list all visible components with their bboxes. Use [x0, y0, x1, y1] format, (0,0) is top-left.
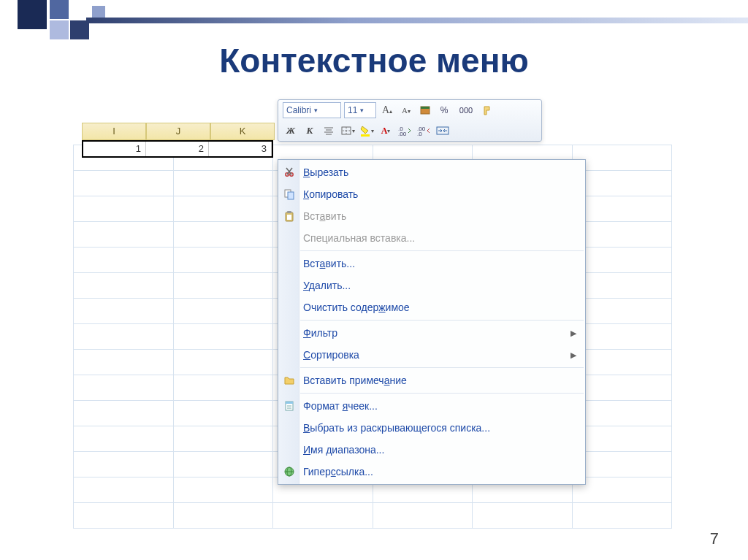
- menu-item-hyperlink[interactable]: Гиперссылка...: [278, 461, 585, 483]
- selected-range[interactable]: 123: [82, 140, 273, 158]
- cell[interactable]: 1: [83, 142, 146, 156]
- svg-rect-25: [286, 402, 293, 404]
- menu-item-paste-special: Специальная вставка...: [278, 227, 585, 249]
- paste-icon: [278, 210, 300, 222]
- submenu-arrow-icon: ▶: [570, 329, 585, 338]
- menu-item-label: Вставить...: [300, 258, 570, 269]
- menu-item-label: Очистить содержимое: [300, 302, 570, 313]
- menu-item-pick-list[interactable]: Выбрать из раскрывающегося списка...: [278, 417, 585, 439]
- font-size-value: 11: [348, 105, 357, 115]
- borders-button[interactable]: ▾: [340, 123, 356, 139]
- mini-toolbar: Calibri▾ 11▾ A▴ A▾ % 000 Ж К ▾: [278, 99, 542, 142]
- menu-item-comment[interactable]: Вставить примечание: [278, 369, 585, 391]
- menu-item-label: Формат ячеек...: [300, 400, 570, 412]
- slide-rule: [86, 18, 748, 23]
- svg-rect-1: [421, 107, 430, 109]
- column-header[interactable]: J: [146, 123, 210, 140]
- menu-item-label: Вставить: [300, 210, 570, 222]
- screenshot-region: IJK 123 Calibri▾ 11▾ A▴ A▾ % 000 Ж К: [73, 99, 672, 508]
- accounting-format-button[interactable]: [417, 102, 433, 118]
- font-size-combo[interactable]: 11▾: [344, 102, 376, 118]
- menu-separator: [300, 367, 584, 368]
- font-name-combo[interactable]: Calibri▾: [283, 102, 341, 118]
- increase-decimal-button[interactable]: .0.00: [397, 123, 413, 139]
- cell[interactable]: 2: [146, 142, 209, 156]
- svg-text:.0: .0: [417, 131, 422, 136]
- center-align-button[interactable]: [321, 123, 337, 139]
- cell[interactable]: 3: [209, 142, 272, 156]
- grow-font-button[interactable]: A▴: [379, 102, 395, 118]
- menu-item-cut[interactable]: Вырезать: [278, 161, 585, 183]
- menu-item-clear[interactable]: Очистить содержимое: [278, 296, 585, 318]
- submenu-arrow-icon: ▶: [570, 350, 585, 360]
- menu-item-format-cells[interactable]: Формат ячеек...: [278, 395, 585, 417]
- menu-item-sort[interactable]: Сортировка▶: [278, 344, 585, 366]
- font-name-value: Calibri: [286, 105, 311, 115]
- menu-item-label: Сортировка: [300, 349, 570, 361]
- decrease-decimal-button[interactable]: .00.0: [416, 123, 432, 139]
- menu-item-label: Фильтр: [300, 327, 570, 339]
- menu-separator: [300, 320, 584, 321]
- menu-item-delete[interactable]: Удалить...: [278, 275, 585, 296]
- menu-item-label: Специальная вставка...: [300, 232, 570, 244]
- menu-item-copy[interactable]: Копировать: [278, 183, 585, 205]
- menu-item-label: Имя диапазона...: [300, 444, 570, 456]
- column-headers: IJK: [82, 123, 275, 140]
- menu-item-label: Удалить...: [300, 280, 570, 291]
- context-menu: ВырезатьКопироватьВставитьСпециальная вс…: [278, 159, 586, 485]
- svg-rect-23: [287, 215, 291, 220]
- globe-icon: [278, 466, 300, 477]
- copy-icon: [278, 188, 300, 200]
- svg-text:.00: .00: [398, 131, 407, 136]
- column-header[interactable]: K: [210, 123, 275, 140]
- italic-button[interactable]: К: [302, 123, 318, 139]
- fill-color-button[interactable]: ▾: [359, 123, 375, 139]
- menu-item-label: Вставить примечание: [300, 375, 570, 386]
- menu-separator: [300, 393, 584, 394]
- menu-item-label: Вырезать: [300, 166, 570, 178]
- svg-rect-20: [288, 192, 294, 199]
- shrink-font-button[interactable]: A▾: [398, 102, 414, 118]
- comma-format-button[interactable]: 000: [455, 102, 477, 118]
- merge-center-button[interactable]: [435, 123, 451, 139]
- menu-separator: [300, 250, 584, 251]
- menu-item-filter[interactable]: Фильтр▶: [278, 322, 585, 344]
- slide-title: Контекстное меню: [0, 41, 748, 80]
- scissors-icon: [278, 166, 300, 178]
- font-color-button[interactable]: A▾: [378, 123, 394, 139]
- menu-item-label: Выбрать из раскрывающегося списка...: [300, 422, 570, 434]
- menu-item-label: Копировать: [300, 188, 570, 200]
- svg-rect-22: [287, 211, 291, 213]
- props-icon: [278, 400, 300, 412]
- menu-item-paste: Вставить: [278, 205, 585, 227]
- folder-icon: [278, 375, 300, 386]
- menu-item-range-name[interactable]: Имя диапазона...: [278, 439, 585, 461]
- svg-rect-9: [361, 134, 370, 137]
- slide-page-number: 7: [710, 529, 719, 548]
- percent-format-button[interactable]: %: [436, 102, 452, 118]
- menu-item-label: Гиперссылка...: [300, 466, 570, 477]
- bold-button[interactable]: Ж: [283, 123, 299, 139]
- format-painter-button[interactable]: [480, 102, 496, 118]
- menu-item-insert[interactable]: Вставить...: [278, 253, 585, 275]
- column-header[interactable]: I: [82, 123, 146, 140]
